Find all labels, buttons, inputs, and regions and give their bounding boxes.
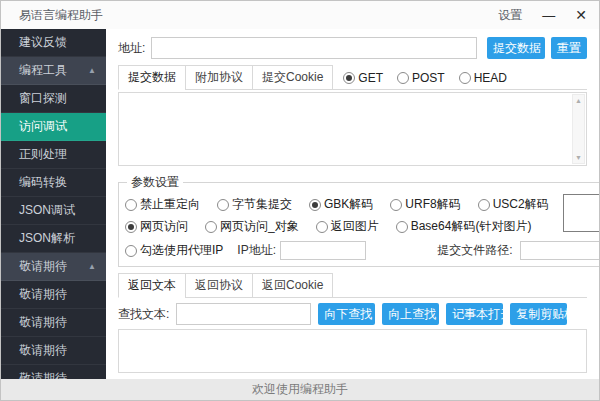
- collapse-arrow-icon: ▲: [88, 66, 96, 75]
- sidebar-item-label: 正则处理: [19, 146, 67, 163]
- checkbox-use-proxy-ip[interactable]: 勾选使用代理IP: [125, 242, 223, 259]
- find-text-input[interactable]: [176, 303, 311, 325]
- tab-return-protocol[interactable]: 返回协议: [185, 273, 253, 298]
- find-up-button[interactable]: 向上查找: [382, 303, 439, 325]
- sidebar-item-json-parse[interactable]: JSON解析: [1, 225, 106, 253]
- sidebar-item-label: 敬请期待: [19, 258, 67, 275]
- radio-return-image[interactable]: 返回图片: [316, 218, 379, 235]
- radio-get[interactable]: GET: [343, 71, 383, 85]
- request-tabstrip: 提交数据 附加协议 提交Cookie GET POST HEAD: [118, 65, 587, 90]
- sidebar-group-programming-tools[interactable]: 编程工具▲: [1, 57, 106, 85]
- parameter-settings-legend: 参数设置: [127, 174, 183, 191]
- open-notepad-button[interactable]: 记事本打开: [446, 303, 503, 325]
- radio-gbk-decode[interactable]: GBK解码: [309, 196, 373, 213]
- radio-label: HEAD: [474, 71, 507, 85]
- sidebar-item-coming-soon-4[interactable]: 敬请期待: [1, 365, 106, 379]
- radio-icon: [217, 199, 229, 211]
- tab-submit-data[interactable]: 提交数据: [118, 65, 186, 90]
- sidebar-item-coming-soon-2[interactable]: 敬请期待: [1, 309, 106, 337]
- sidebar-item-json-debug[interactable]: JSON调试: [1, 197, 106, 225]
- sidebar-item-label: 编码转换: [19, 174, 67, 191]
- response-body-textarea[interactable]: [118, 329, 587, 373]
- radio-icon: [316, 221, 328, 233]
- radio-no-redirect[interactable]: 禁止重定向: [125, 196, 200, 213]
- ip-address-label: IP地址:: [237, 242, 276, 259]
- radio-post[interactable]: POST: [397, 71, 445, 85]
- sidebar-item-feedback[interactable]: 建议反馈: [1, 29, 106, 57]
- radio-icon: [309, 199, 321, 211]
- sidebar-item-coming-soon-1[interactable]: 敬请期待: [1, 281, 106, 309]
- sidebar-group-coming-soon[interactable]: 敬请期待▲: [1, 253, 106, 281]
- radio-usc2-decode[interactable]: USC2解码: [478, 196, 549, 213]
- sidebar: 建议反馈 编程工具▲ 窗口探测 访问调试 正则处理 编码转换 JSON调试 JS…: [1, 29, 106, 379]
- radio-label: POST: [412, 71, 445, 85]
- statusbar: 欢迎使用编程助手: [1, 379, 599, 400]
- radio-label: USC2解码: [493, 196, 549, 213]
- sidebar-item-window-probe[interactable]: 窗口探测: [1, 85, 106, 113]
- sidebar-item-label: JSON调试: [19, 202, 75, 219]
- collapse-arrow-icon: ▲: [88, 262, 96, 271]
- reset-button[interactable]: 重置: [551, 37, 587, 59]
- minimize-icon[interactable]: —: [542, 9, 555, 22]
- radio-icon: [459, 72, 471, 84]
- sidebar-item-label: 敬请期待: [19, 370, 67, 379]
- radio-utf8-decode[interactable]: URF8解码: [390, 196, 460, 213]
- find-row: 查找文本: 向下查找 向上查找 记事本打开 复制剪贴板: [118, 303, 587, 325]
- scroll-up-icon[interactable]: ▲: [575, 97, 582, 104]
- radio-label: 网页访问_对象: [220, 218, 299, 235]
- request-body-textarea[interactable]: [118, 92, 587, 166]
- file-path-group: 提交文件路径: ...: [437, 241, 600, 260]
- radio-icon: [397, 72, 409, 84]
- address-row: 地址: 提交数据 重置: [118, 37, 587, 59]
- proxy-and-file-row: 勾选使用代理IP IP地址: 提交文件路径: ...: [125, 240, 600, 261]
- response-tabstrip: 返回文本 返回协议 返回Cookie: [118, 273, 587, 298]
- image-preview-box: [563, 194, 600, 232]
- radio-base64-decode[interactable]: Base64解码(针对图片): [396, 218, 532, 235]
- tab-submit-cookie[interactable]: 提交Cookie: [252, 65, 333, 90]
- find-down-button[interactable]: 向下查找: [318, 303, 375, 325]
- radio-label: GET: [358, 71, 383, 85]
- radio-web-access-object[interactable]: 网页访问_对象: [205, 218, 299, 235]
- sidebar-item-label: 敬请期待: [19, 342, 67, 359]
- radio-head[interactable]: HEAD: [459, 71, 507, 85]
- radio-label: 勾选使用代理IP: [140, 242, 223, 259]
- radio-label: 字节集提交: [232, 196, 292, 213]
- main-panel: 地址: 提交数据 重置 提交数据 附加协议 提交Cookie GET POST …: [106, 29, 599, 379]
- radio-label: Base64解码(针对图片): [411, 218, 532, 235]
- parameter-settings-group: 参数设置 禁止重定向 字节集提交 GBK解码 URF8解码 USC2解码 网页访…: [118, 174, 600, 267]
- close-icon[interactable]: ✕: [575, 8, 587, 22]
- sidebar-item-access-debug[interactable]: 访问调试: [1, 113, 106, 141]
- status-text: 欢迎使用编程助手: [252, 381, 348, 398]
- radio-icon: [343, 72, 355, 84]
- http-method-group: GET POST HEAD: [343, 71, 507, 89]
- radio-icon: [396, 221, 408, 233]
- sidebar-item-label: 建议反馈: [19, 34, 67, 51]
- radio-web-access[interactable]: 网页访问: [125, 218, 188, 235]
- file-path-label: 提交文件路径:: [437, 242, 512, 259]
- sidebar-item-encoding[interactable]: 编码转换: [1, 169, 106, 197]
- radio-label: 网页访问: [140, 218, 188, 235]
- vertical-scrollbar[interactable]: ▲ ▼: [572, 94, 585, 164]
- radio-byteset-submit[interactable]: 字节集提交: [217, 196, 292, 213]
- copy-clipboard-button[interactable]: 复制剪贴板: [510, 303, 567, 325]
- scroll-down-icon[interactable]: ▼: [575, 154, 582, 161]
- sidebar-item-coming-soon-3[interactable]: 敬请期待: [1, 337, 106, 365]
- settings-button[interactable]: 设置: [498, 7, 522, 24]
- tab-return-cookie[interactable]: 返回Cookie: [252, 273, 333, 298]
- sidebar-item-regex[interactable]: 正则处理: [1, 141, 106, 169]
- sidebar-item-label: 访问调试: [19, 118, 67, 135]
- radio-label: URF8解码: [405, 196, 460, 213]
- ip-address-input[interactable]: [280, 241, 366, 260]
- tab-return-text[interactable]: 返回文本: [118, 273, 186, 298]
- address-input[interactable]: [151, 37, 477, 59]
- decode-options-row: 禁止重定向 字节集提交 GBK解码 URF8解码 USC2解码: [125, 195, 600, 214]
- file-path-input[interactable]: [520, 241, 600, 260]
- submit-data-button[interactable]: 提交数据: [487, 37, 545, 59]
- app-title: 易语言编程助手: [19, 7, 103, 24]
- radio-label: 返回图片: [331, 218, 379, 235]
- sidebar-item-label: 编程工具: [19, 62, 67, 79]
- radio-icon: [125, 221, 137, 233]
- tab-extra-protocol[interactable]: 附加协议: [185, 65, 253, 90]
- radio-icon: [478, 199, 490, 211]
- sidebar-item-label: JSON解析: [19, 230, 75, 247]
